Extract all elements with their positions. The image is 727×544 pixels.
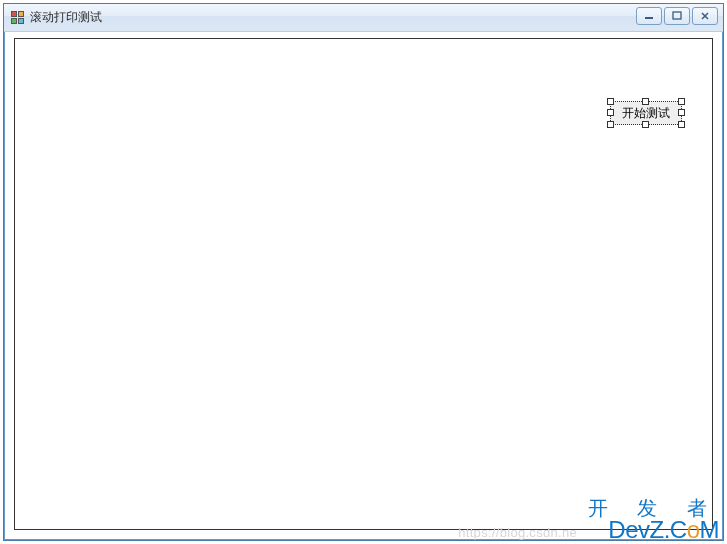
resize-handle-ml[interactable]: [607, 109, 614, 116]
start-test-button[interactable]: 开始测试: [610, 101, 682, 125]
close-button[interactable]: [692, 7, 718, 25]
resize-handle-tm[interactable]: [642, 98, 649, 105]
window-title: 滚动打印测试: [30, 9, 102, 26]
watermark-brand: 开 发 者 DevZ.CoM: [588, 498, 719, 542]
form-designer-surface[interactable]: 开始测试: [14, 38, 713, 530]
svg-rect-0: [645, 17, 653, 19]
resize-handle-bl[interactable]: [607, 121, 614, 128]
resize-handle-br[interactable]: [678, 121, 685, 128]
close-icon: [700, 11, 710, 21]
window-controls: [636, 7, 718, 25]
resize-handle-bm[interactable]: [642, 121, 649, 128]
minimize-icon: [644, 11, 654, 21]
svg-rect-1: [673, 12, 681, 19]
app-icon: [10, 10, 26, 26]
application-window: 滚动打印测试 开始测试: [3, 3, 724, 541]
button-label: 开始测试: [622, 105, 670, 122]
watermark-brand-cn: 开 发 者: [588, 498, 719, 518]
minimize-button[interactable]: [636, 7, 662, 25]
maximize-icon: [672, 11, 682, 21]
watermark-url: https://blog.csdn.ne: [458, 525, 577, 540]
resize-handle-mr[interactable]: [678, 109, 685, 116]
resize-handle-tr[interactable]: [678, 98, 685, 105]
resize-handle-tl[interactable]: [607, 98, 614, 105]
maximize-button[interactable]: [664, 7, 690, 25]
watermark-brand-en: DevZ.CoM: [588, 518, 719, 542]
titlebar[interactable]: 滚动打印测试: [4, 4, 723, 32]
